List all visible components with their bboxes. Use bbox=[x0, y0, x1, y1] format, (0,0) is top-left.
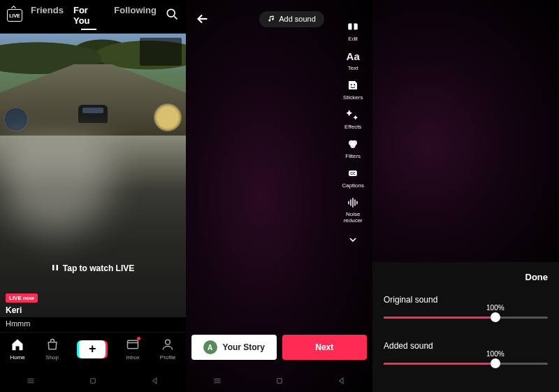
music-note-icon bbox=[268, 15, 275, 24]
blurred-background bbox=[0, 136, 186, 317]
pause-bars-icon bbox=[52, 263, 59, 273]
svg-rect-11 bbox=[352, 22, 354, 31]
tool-text[interactable]: AaText bbox=[346, 49, 360, 71]
your-story-button[interactable]: A Your Story bbox=[191, 335, 277, 360]
volume-panel: Done Original sound 100% Added sound 100… bbox=[372, 262, 559, 392]
recents-icon[interactable] bbox=[25, 375, 36, 389]
editor-bottom-bar: A Your Story Next bbox=[186, 329, 372, 365]
svg-text:CC: CC bbox=[350, 171, 356, 175]
back-sys-icon[interactable] bbox=[336, 375, 347, 389]
live-now-badge: LIVE now bbox=[6, 293, 38, 303]
tool-stickers[interactable]: Stickers bbox=[343, 78, 363, 101]
svg-point-0 bbox=[167, 9, 175, 17]
bag-icon bbox=[45, 337, 59, 353]
svg-rect-2 bbox=[52, 265, 55, 270]
sound-mixer-pane: Done Original sound 100% Added sound 100… bbox=[372, 0, 559, 392]
original-sound-slider[interactable]: 100% bbox=[384, 310, 548, 324]
effects-icon bbox=[346, 108, 360, 122]
inbox-icon bbox=[126, 337, 140, 353]
search-icon[interactable] bbox=[165, 7, 179, 24]
video-caption: Hmmm bbox=[6, 319, 30, 328]
avatar: A bbox=[203, 340, 217, 354]
next-button[interactable]: Next bbox=[282, 335, 368, 360]
tap-to-watch-live[interactable]: Tap to watch LIVE bbox=[0, 263, 186, 273]
nav-shop-label: Shop bbox=[45, 354, 59, 361]
home-sys-icon[interactable] bbox=[87, 375, 99, 389]
original-sound-percent: 100% bbox=[486, 304, 504, 312]
nav-inbox[interactable]: Inbox bbox=[126, 337, 140, 361]
tab-for-you[interactable]: For You bbox=[73, 5, 104, 26]
tap-live-label: Tap to watch LIVE bbox=[63, 263, 134, 273]
filters-icon bbox=[346, 137, 360, 151]
edit-icon bbox=[346, 20, 360, 34]
feed-tabs: Friends For You Following bbox=[31, 5, 157, 26]
original-sound-row: Original sound 100% bbox=[384, 295, 548, 324]
home-sys-icon[interactable] bbox=[274, 375, 285, 389]
svg-point-16 bbox=[350, 143, 356, 149]
chevron-down-icon bbox=[347, 234, 358, 245]
bottom-nav: Home Shop + Inbox Profile bbox=[0, 332, 186, 365]
live-icon-label: LIVE bbox=[9, 13, 20, 18]
svg-rect-20 bbox=[350, 200, 351, 206]
person-icon bbox=[161, 337, 175, 353]
expand-tools-button[interactable] bbox=[347, 234, 358, 248]
tool-filters[interactable]: Filters bbox=[345, 137, 361, 159]
svg-rect-22 bbox=[354, 200, 356, 206]
tool-noise-reducer[interactable]: Noise reducer bbox=[344, 196, 363, 224]
add-sound-label: Add sound bbox=[279, 15, 316, 23]
tab-friends[interactable]: Friends bbox=[31, 5, 64, 26]
back-button[interactable] bbox=[193, 9, 212, 29]
feed-topbar: LIVE Friends For You Following bbox=[0, 0, 186, 28]
added-sound-slider[interactable]: 100% bbox=[384, 356, 548, 370]
svg-point-5 bbox=[166, 340, 170, 344]
nav-profile[interactable]: Profile bbox=[160, 337, 176, 361]
tool-captions[interactable]: CCCaptions bbox=[342, 166, 364, 189]
nav-profile-label: Profile bbox=[160, 354, 176, 361]
author-username[interactable]: Keri bbox=[6, 305, 22, 315]
original-sound-label: Original sound bbox=[384, 295, 548, 305]
home-icon bbox=[10, 337, 24, 353]
svg-rect-23 bbox=[356, 201, 358, 205]
added-sound-row: Added sound 100% bbox=[384, 341, 548, 370]
done-button[interactable]: Done bbox=[384, 272, 548, 282]
svg-rect-19 bbox=[348, 201, 349, 205]
editor-pane: Add sound Edit AaText Stickers Effects F… bbox=[186, 0, 372, 392]
svg-point-12 bbox=[351, 84, 352, 85]
editor-side-tools: Edit AaText Stickers Effects Filters CCC… bbox=[342, 20, 364, 248]
added-sound-percent: 100% bbox=[486, 350, 504, 358]
svg-point-13 bbox=[354, 84, 355, 85]
svg-rect-4 bbox=[128, 340, 138, 349]
video-preview[interactable] bbox=[372, 0, 559, 262]
text-icon: Aa bbox=[346, 49, 360, 63]
android-system-nav bbox=[186, 372, 372, 392]
add-sound-button[interactable]: Add sound bbox=[259, 11, 324, 27]
added-sound-label: Added sound bbox=[384, 341, 548, 351]
your-story-label: Your Story bbox=[223, 342, 265, 352]
svg-rect-21 bbox=[352, 198, 354, 208]
svg-rect-27 bbox=[277, 379, 282, 384]
recents-icon[interactable] bbox=[212, 375, 223, 389]
notification-dot-icon bbox=[137, 337, 140, 340]
audio-wave-icon bbox=[346, 196, 360, 210]
nav-home[interactable]: Home bbox=[10, 337, 24, 361]
feed-pane: LIVE Friends For You Following Tap to wa… bbox=[0, 0, 186, 392]
svg-rect-9 bbox=[91, 379, 96, 384]
nav-shop[interactable]: Shop bbox=[45, 337, 59, 361]
live-preview[interactable] bbox=[0, 34, 186, 136]
tab-following[interactable]: Following bbox=[114, 5, 157, 26]
tool-edit[interactable]: Edit bbox=[346, 20, 360, 42]
tool-effects[interactable]: Effects bbox=[344, 108, 361, 130]
sticker-icon bbox=[346, 78, 360, 92]
android-system-nav bbox=[0, 372, 186, 392]
create-button[interactable]: + bbox=[79, 340, 106, 358]
captions-icon: CC bbox=[346, 166, 360, 180]
live-icon[interactable]: LIVE bbox=[7, 9, 22, 22]
svg-line-1 bbox=[174, 16, 177, 19]
nav-home-label: Home bbox=[10, 354, 24, 361]
nav-inbox-label: Inbox bbox=[126, 354, 140, 361]
back-sys-icon[interactable] bbox=[150, 375, 161, 389]
svg-rect-3 bbox=[56, 265, 58, 270]
